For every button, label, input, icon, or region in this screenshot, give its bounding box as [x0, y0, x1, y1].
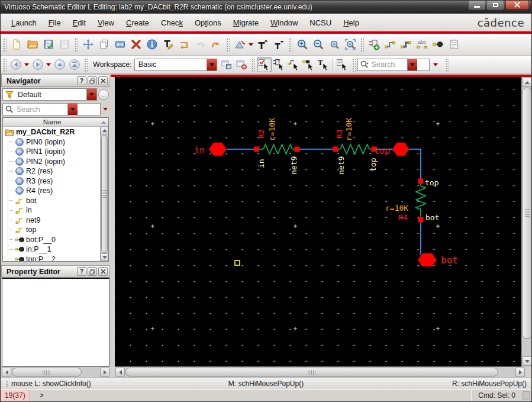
- navigator-close-button[interactable]: [98, 76, 108, 85]
- minimize-button[interactable]: [469, 1, 485, 9]
- title-bar[interactable]: Virtuoso Schematic Editor L Editing: lab…: [1, 1, 531, 14]
- pe-scroll-right[interactable]: [100, 368, 109, 377]
- navigator-help-button[interactable]: ?: [77, 76, 86, 85]
- terminal-square[interactable]: [418, 217, 424, 223]
- hide-workspace-button[interactable]: [234, 57, 249, 72]
- property-editor-help-button[interactable]: ?: [77, 267, 86, 276]
- toolbar-grip[interactable]: [74, 37, 78, 52]
- iopin-hexagon[interactable]: [209, 143, 227, 156]
- menu-file[interactable]: File: [43, 15, 67, 30]
- tree-item-r3-res-[interactable]: objR3 (res): [3, 176, 100, 186]
- zoom-to-selected-button[interactable]: [342, 37, 358, 53]
- command-prompt[interactable]: >: [40, 391, 44, 400]
- new-cellview-button[interactable]: [8, 37, 24, 53]
- tree-item-in[interactable]: in: [3, 205, 100, 216]
- toolbar-grip[interactable]: [2, 37, 7, 52]
- terminal-square[interactable]: [333, 147, 338, 152]
- toolbar-grip[interactable]: [288, 37, 292, 52]
- toolbar-search-combo[interactable]: [357, 59, 430, 71]
- canvas-scroll-left[interactable]: [115, 368, 125, 377]
- navigator-search-caret[interactable]: [103, 108, 108, 111]
- stretch-button[interactable]: [112, 37, 128, 53]
- terminal-square[interactable]: [418, 179, 424, 184]
- filter-full-select-button[interactable]: [257, 57, 272, 72]
- property-editor-float-button[interactable]: [88, 267, 97, 276]
- back-history-caret[interactable]: [24, 63, 29, 66]
- pe-scroll-thumb[interactable]: [12, 368, 82, 377]
- tree-item-pin2-iopin-[interactable]: objPIN2 (iopin): [3, 157, 100, 167]
- edit-labels-button[interactable]: [160, 37, 176, 53]
- toolbar-grip[interactable]: [2, 57, 7, 72]
- create-instance-button[interactable]: [366, 37, 382, 53]
- menu-create[interactable]: Create: [120, 15, 155, 30]
- property-editor-close-button[interactable]: [98, 267, 108, 276]
- tree-item-my-dacbit-r2r[interactable]: my_DACbit_R2R: [3, 127, 100, 137]
- tree-item-top-p-2[interactable]: top:P__2: [3, 255, 100, 262]
- toolbar-grip[interactable]: [225, 37, 230, 52]
- ascend-button[interactable]: [254, 37, 270, 53]
- save-button[interactable]: [56, 37, 72, 53]
- back-button[interactable]: [8, 57, 23, 72]
- tree-item-pin1-iopin-[interactable]: objPIN1 (iopin): [3, 147, 100, 157]
- filter-note-button[interactable]: [335, 57, 350, 72]
- create-wire-name-button[interactable]: abc: [414, 37, 430, 53]
- zoom-fit-button[interactable]: [326, 37, 342, 53]
- terminal-square[interactable]: [295, 147, 300, 152]
- navigator-search-dropdown[interactable]: [67, 104, 78, 115]
- pe-scroll-left[interactable]: [2, 368, 11, 377]
- filter-pin-button[interactable]: [301, 57, 316, 72]
- forward-button[interactable]: [30, 57, 45, 72]
- iopin-hexagon[interactable]: [392, 143, 409, 156]
- create-wire-wide-button[interactable]: [398, 37, 414, 53]
- forward-history-caret[interactable]: [46, 63, 51, 66]
- navigator-filter-combo[interactable]: Default: [2, 88, 97, 101]
- close-button[interactable]: [505, 1, 529, 9]
- toolbar-grip[interactable]: [352, 57, 356, 72]
- canvas-vscrollbar[interactable]: [521, 77, 532, 366]
- properties-button[interactable]: [144, 37, 160, 53]
- property-editor-body[interactable]: [2, 278, 109, 366]
- canvas-hscroll-thumb[interactable]: [125, 368, 498, 377]
- delete-button[interactable]: [128, 37, 144, 53]
- tree-scroll-down[interactable]: [101, 253, 108, 261]
- workspace-dropdown-button[interactable]: [207, 59, 217, 70]
- up-button[interactable]: [52, 57, 67, 72]
- create-note-button[interactable]: [446, 37, 462, 53]
- tree-item-r4-res-[interactable]: objR4 (res): [3, 186, 100, 196]
- tree-item-pin0-iopin-[interactable]: objPIN0 (iopin): [3, 137, 100, 147]
- navigator-more-button[interactable]: ...: [98, 89, 109, 100]
- maximize-button[interactable]: [487, 1, 504, 9]
- menu-options[interactable]: Options: [189, 15, 227, 30]
- undo-button[interactable]: [192, 37, 208, 53]
- filter-instance-button[interactable]: [272, 57, 286, 72]
- filter-dropdown-button[interactable]: [86, 89, 96, 100]
- property-editor-hscroll[interactable]: [1, 366, 110, 377]
- create-pin-button[interactable]: [430, 37, 446, 53]
- menu-help[interactable]: Help: [337, 15, 365, 30]
- tree-item-in-p-1[interactable]: in:P__1: [3, 245, 100, 255]
- canvas-scroll-up[interactable]: [523, 78, 532, 87]
- resize-grip[interactable]: [523, 391, 530, 400]
- menu-window[interactable]: Window: [265, 15, 304, 30]
- menu-check[interactable]: Check: [155, 15, 189, 30]
- iopin-in[interactable]: in: [194, 143, 227, 156]
- menu-view[interactable]: View: [92, 15, 120, 30]
- tree-scrollbar[interactable]: [100, 127, 108, 261]
- create-wire-narrow-button[interactable]: [382, 37, 398, 53]
- save-check-button[interactable]: [40, 37, 56, 53]
- resistor-r3[interactable]: R3 r=10K net9 top: [333, 118, 378, 175]
- move-button[interactable]: [80, 37, 96, 53]
- search-dropdown-button[interactable]: [407, 59, 417, 70]
- tree-item-r2-res-[interactable]: objR2 (res): [3, 166, 100, 176]
- resistor-r4[interactable]: top r=10K R4 bot: [385, 178, 439, 223]
- menu-edit[interactable]: Edit: [67, 15, 92, 30]
- tree-item-bot-p-0[interactable]: bot:P__0: [3, 235, 100, 245]
- terminal-square[interactable]: [254, 147, 259, 152]
- canvas-vscroll-thumb[interactable]: [523, 88, 532, 339]
- iopin-bot[interactable]: bot: [418, 253, 458, 266]
- tree-scroll-thumb[interactable]: [101, 135, 108, 253]
- tree-item-top[interactable]: top: [3, 225, 100, 235]
- rotate-dropdown-caret[interactable]: [249, 43, 253, 46]
- navigator-search-input[interactable]: [14, 105, 67, 114]
- toolbar-grip[interactable]: [360, 37, 364, 52]
